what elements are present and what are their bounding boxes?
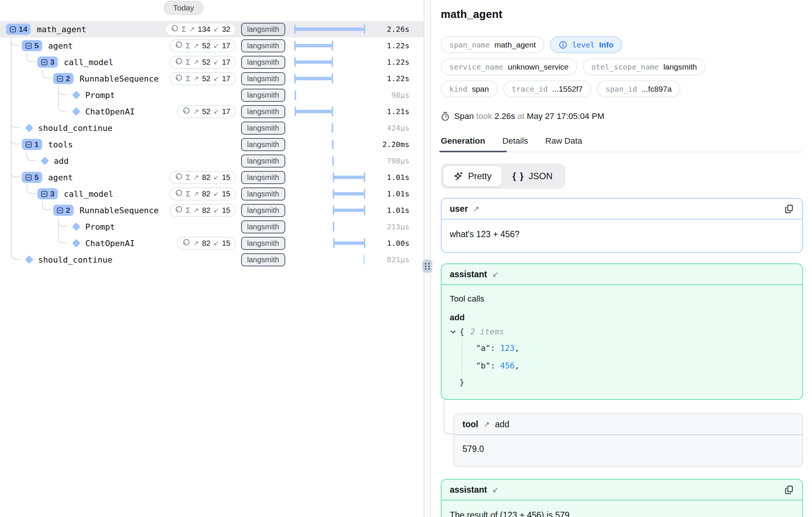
duration-bar xyxy=(295,136,365,153)
vendor-tag[interactable]: langsmith xyxy=(241,253,285,266)
tree-row-agent[interactable]: 5agentΣ↗52↙17langsmith1.22s xyxy=(0,37,424,54)
copy-icon xyxy=(784,204,794,214)
vendor-tag[interactable]: langsmith xyxy=(241,155,285,168)
span-name-label: ChatOpenAI xyxy=(85,239,165,248)
token-usage-pill: Σ↗52↙17 xyxy=(169,72,236,85)
tree-row-add[interactable]: addlangsmith798µs xyxy=(0,153,424,169)
collapse-badge[interactable]: 14 xyxy=(6,24,31,35)
tree-row-RunnableSequence[interactable]: 2RunnableSequenceΣ↗82↙15langsmith1.01s xyxy=(0,202,424,218)
token-usage-pill: Σ↗134↙32 xyxy=(165,23,236,36)
span-name-label: add xyxy=(54,156,165,166)
chevron-down-icon[interactable] xyxy=(450,328,456,335)
tree-row-tools[interactable]: 1toolslangsmith2.20ms xyxy=(0,136,424,153)
output-tokens-arrow-icon: ↙ xyxy=(213,206,219,214)
vendor-tag[interactable]: langsmith xyxy=(241,138,285,151)
tree-row-ChatOpenAI[interactable]: ChatOpenAI↗82↙15langsmith1.00s xyxy=(0,235,424,251)
attribute-pill-service_name: service_nameunknown_service xyxy=(441,58,577,75)
collapse-badge[interactable]: 3 xyxy=(37,188,58,199)
tree-elbow-line xyxy=(11,251,20,260)
tree-elbow-line xyxy=(42,70,52,79)
vendor-tag[interactable]: langsmith xyxy=(241,220,285,233)
tree-row-should_continue[interactable]: should_continuelangsmith424µs xyxy=(0,120,424,136)
coin-icon xyxy=(175,74,183,83)
coin-icon xyxy=(175,189,183,199)
info-icon xyxy=(559,40,568,49)
token-usage-pill: Σ↗82↙15 xyxy=(169,204,236,217)
coin-icon xyxy=(182,238,190,248)
message-card-tool: tool ↗ add 579.0 xyxy=(453,413,803,467)
vendor-tag[interactable]: langsmith xyxy=(241,89,285,102)
input-tokens-arrow-icon: ↗ xyxy=(193,42,199,50)
tree-row-Prompt[interactable]: Promptlangsmith98µs xyxy=(0,87,424,103)
close-brace: } xyxy=(459,377,794,388)
output-arrow-icon: ↙ xyxy=(492,485,499,494)
tree-row-math_agent[interactable]: 14math_agentΣ↗134↙32langsmith2.26s xyxy=(0,21,424,37)
vendor-tag[interactable]: langsmith xyxy=(241,23,285,36)
tab-generation[interactable]: Generation xyxy=(441,136,485,152)
today-button[interactable]: Today xyxy=(164,1,203,15)
span-name-label: tools xyxy=(48,140,165,149)
tab-details[interactable]: Details xyxy=(502,136,528,152)
vendor-tag[interactable]: langsmith xyxy=(241,187,285,201)
vendor-tag[interactable]: langsmith xyxy=(241,122,285,135)
role-label: user xyxy=(450,204,468,214)
tree-row-call_model[interactable]: 3call_modelΣ↗52↙17langsmith1.22s xyxy=(0,54,424,70)
collapse-badge[interactable]: 5 xyxy=(22,172,42,183)
vendor-tag[interactable]: langsmith xyxy=(241,171,285,184)
duration-label: 1.22s xyxy=(365,58,409,67)
span-word: Span xyxy=(454,111,474,121)
coin-icon xyxy=(175,205,183,215)
attribute-value: ...1552f7 xyxy=(552,85,583,94)
tree-row-should_continue[interactable]: should_continuelangsmith821µs xyxy=(0,251,424,268)
vendor-tag[interactable]: langsmith xyxy=(241,237,285,250)
message-header: user ↗ xyxy=(442,199,802,220)
token-usage-cell: Σ↗52↙17 xyxy=(165,39,236,52)
collapse-badge[interactable]: 2 xyxy=(53,73,74,84)
message-card-assistant-toolcall: assistant ↙ Tool calls add { 2 items "a"… xyxy=(441,263,803,400)
json-toggle-button[interactable]: { } JSON xyxy=(502,166,563,186)
collapse-badge[interactable]: 5 xyxy=(22,40,42,51)
tool-connector-line xyxy=(444,400,453,434)
tree-row-RunnableSequence[interactable]: 2RunnableSequenceΣ↗52↙17langsmith1.22s xyxy=(0,70,424,87)
tree-row-Prompt[interactable]: Promptlangsmith213µs xyxy=(0,218,424,235)
attribute-pill-span_name: span_namemath_agent xyxy=(441,36,544,53)
tree-elbow-line xyxy=(58,103,67,111)
tab-raw-data[interactable]: Raw Data xyxy=(545,136,582,152)
token-usage-cell: ↗52↙17 xyxy=(165,105,236,118)
tree-guide-line xyxy=(11,70,12,87)
copy-button[interactable] xyxy=(784,204,794,214)
message-text: what's 123 + 456? xyxy=(442,220,802,252)
tree-row-agent[interactable]: 5agentΣ↗82↙15langsmith1.01s xyxy=(0,169,424,186)
span-timestamp: May 27 17:05:04 PM xyxy=(527,111,605,121)
copy-button[interactable] xyxy=(784,485,794,495)
duration-label: 1.00s xyxy=(365,239,409,248)
input-tokens-arrow-icon: ↗ xyxy=(193,239,199,247)
token-usage-cell: Σ↗82↙15 xyxy=(165,204,236,217)
duration-bar xyxy=(295,120,365,136)
output-arrow-icon: ↙ xyxy=(492,270,499,279)
pretty-toggle-button[interactable]: Pretty xyxy=(443,166,502,186)
detail-tabs: GenerationDetailsRaw Data xyxy=(441,136,803,152)
span-timing: Span took 2.26s at May 27 17:05:04 PM xyxy=(441,111,803,121)
collapse-badge[interactable]: 3 xyxy=(37,56,58,68)
vendor-tag[interactable]: langsmith xyxy=(241,72,285,85)
tree-elbow-line xyxy=(42,201,52,210)
vendor-tag[interactable]: langsmith xyxy=(241,204,285,217)
vendor-tag[interactable]: langsmith xyxy=(241,105,285,118)
vendor-tag[interactable]: langsmith xyxy=(241,39,285,52)
input-tokens-arrow-icon: ↗ xyxy=(193,74,199,83)
duration-label: 213µs xyxy=(365,222,409,231)
tree-row-ChatOpenAI[interactable]: ChatOpenAI↗52↙17langsmith1.21s xyxy=(0,103,424,120)
vendor-tag[interactable]: langsmith xyxy=(241,56,285,69)
collapse-badge[interactable]: 1 xyxy=(22,139,42,150)
leaf-diamond-icon xyxy=(41,157,49,165)
output-tokens-arrow-icon: ↙ xyxy=(213,239,219,247)
duration-label: 821µs xyxy=(365,255,409,264)
tool-result-text: 579.0 xyxy=(454,435,802,466)
leaf-diamond-icon xyxy=(25,124,34,132)
panel-splitter[interactable] xyxy=(424,0,431,517)
collapse-badge[interactable]: 2 xyxy=(53,205,74,216)
tree-row-call_model[interactable]: 3call_modelΣ↗82↙15langsmith1.01s xyxy=(0,186,424,202)
view-toggle: Pretty { } JSON xyxy=(441,163,565,189)
attribute-key: span_id xyxy=(606,85,637,94)
